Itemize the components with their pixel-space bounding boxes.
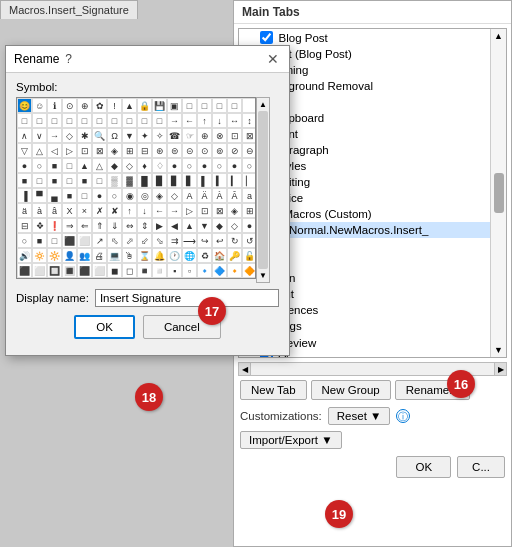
symbol-cell[interactable]: ⇔ <box>122 218 137 233</box>
symbol-cell[interactable]: ● <box>227 158 242 173</box>
symbol-cell[interactable]: ○ <box>182 158 197 173</box>
symbol-cell[interactable]: ▄ <box>47 188 62 203</box>
symbol-cell[interactable]: ⊚ <box>212 143 227 158</box>
symbol-cell[interactable]: 💾 <box>152 98 167 113</box>
symbol-cell[interactable]: ☺ <box>32 98 47 113</box>
symbol-cell[interactable]: □ <box>182 98 197 113</box>
symbol-cell[interactable]: 🔑 <box>227 248 242 263</box>
symbol-cell[interactable]: □ <box>32 173 47 188</box>
symbol-cell[interactable]: ▍ <box>212 173 227 188</box>
symbol-cell[interactable]: ⇒ <box>62 218 77 233</box>
symbol-cell[interactable]: ⬛ <box>77 263 92 278</box>
symbol-cell[interactable]: 🔳 <box>62 263 77 278</box>
symbol-cell[interactable]: ⬀ <box>122 233 137 248</box>
symbol-cell[interactable]: ■ <box>32 233 47 248</box>
symbol-cell[interactable]: 👤 <box>62 248 77 263</box>
symbol-cell[interactable]: 🔆 <box>47 248 62 263</box>
symbol-cell[interactable]: ▲ <box>122 98 137 113</box>
symbol-cell[interactable]: ⊡ <box>197 203 212 218</box>
tab-checkbox[interactable] <box>260 31 273 44</box>
symbol-cell[interactable]: ▓ <box>122 173 137 188</box>
symbol-cell[interactable]: ⇐ <box>77 218 92 233</box>
symbol-cell[interactable]: ⊗ <box>212 128 227 143</box>
symbol-cell[interactable]: □ <box>122 113 137 128</box>
symbol-cell[interactable]: □ <box>62 158 77 173</box>
symbol-cell[interactable]: × <box>77 203 92 218</box>
symbol-cell[interactable]: ◉ <box>122 188 137 203</box>
symbol-cell[interactable]: ⊜ <box>167 143 182 158</box>
symbol-cell[interactable]: ◇ <box>227 218 242 233</box>
symbol-cell[interactable]: ▽ <box>17 143 32 158</box>
symbol-cell[interactable]: ⬜ <box>77 233 92 248</box>
import-export-button[interactable]: Import/Export ▼ <box>240 431 342 449</box>
symbol-cell[interactable]: 🖨 <box>92 248 107 263</box>
symbol-cell[interactable]: → <box>167 203 182 218</box>
symbol-cell[interactable]: ⊕ <box>197 128 212 143</box>
main-ok-button[interactable]: OK <box>396 456 451 478</box>
symbol-cell[interactable]: □ <box>17 113 32 128</box>
symbol-cell[interactable]: ♢ <box>152 158 167 173</box>
symbol-cell[interactable]: 😊 <box>17 98 32 113</box>
symbol-cell[interactable]: a <box>242 188 256 203</box>
symbol-cell[interactable]: ↓ <box>137 203 152 218</box>
symbol-cell[interactable]: ◈ <box>152 188 167 203</box>
symbol-cell[interactable]: â <box>47 203 62 218</box>
symbol-cell[interactable]: 🔲 <box>47 263 62 278</box>
symbol-cell[interactable]: ▣ <box>167 98 182 113</box>
symbol-cell[interactable]: ▀ <box>32 188 47 203</box>
symbol-cell[interactable]: □ <box>152 113 167 128</box>
symbol-cell[interactable]: □ <box>47 233 62 248</box>
symbol-cell[interactable]: ⊖ <box>242 143 256 158</box>
symbol-cell[interactable]: ⊟ <box>17 218 32 233</box>
symbol-cell[interactable]: ○ <box>107 188 122 203</box>
symbol-cell[interactable]: ☎ <box>167 128 182 143</box>
symbol-cell[interactable]: □ <box>107 113 122 128</box>
symbol-cell[interactable]: ◽ <box>152 263 167 278</box>
symbol-cell[interactable]: ❖ <box>32 218 47 233</box>
reset-button[interactable]: Reset ▼ <box>328 407 391 425</box>
symbol-cell[interactable]: ↓ <box>212 113 227 128</box>
symbol-cell[interactable]: ◻ <box>122 263 137 278</box>
symbol-cell[interactable]: ↗ <box>92 233 107 248</box>
tabs-scroll-down[interactable]: ▼ <box>494 345 503 355</box>
reset-info-icon[interactable]: ⓘ <box>396 409 410 423</box>
symbol-cell[interactable]: 🔊 <box>17 248 32 263</box>
new-tab-button[interactable]: New Tab <box>240 380 307 400</box>
symbol-cell[interactable]: ◾ <box>137 263 152 278</box>
tab-list-item[interactable]: Blog Post <box>239 29 506 46</box>
symbol-cell[interactable]: ● <box>92 188 107 203</box>
symbol-scroll-down[interactable]: ▼ <box>259 271 267 280</box>
symbol-cell[interactable]: ▲ <box>77 158 92 173</box>
symbol-cell[interactable]: ↩ <box>212 233 227 248</box>
symbol-cell[interactable]: ■ <box>47 158 62 173</box>
symbol-cell[interactable]: à <box>32 203 47 218</box>
symbol-cell[interactable]: ⬂ <box>152 233 167 248</box>
symbol-cell[interactable]: ⊠ <box>92 143 107 158</box>
symbol-cell[interactable]: 🔓 <box>242 248 256 263</box>
symbol-cell[interactable]: ∧ <box>17 128 32 143</box>
symbol-cell[interactable]: ▋ <box>182 173 197 188</box>
symbol-cell[interactable]: □ <box>92 113 107 128</box>
symbol-cell[interactable]: ⬃ <box>137 233 152 248</box>
symbol-cell[interactable]: △ <box>32 143 47 158</box>
symbol-cell[interactable]: ○ <box>212 158 227 173</box>
symbol-cell[interactable]: 🔍 <box>92 128 107 143</box>
symbol-cell[interactable]: □ <box>32 113 47 128</box>
symbol-cell[interactable]: ▶ <box>152 218 167 233</box>
symbol-cell[interactable]: □ <box>212 98 227 113</box>
symbol-cell[interactable]: □ <box>92 173 107 188</box>
symbol-cell[interactable]: ✱ <box>77 128 92 143</box>
symbol-cell[interactable]: ◇ <box>167 188 182 203</box>
symbol-cell[interactable]: ● <box>167 158 182 173</box>
symbol-cell[interactable] <box>242 98 256 113</box>
symbol-cell[interactable]: ⊘ <box>227 143 242 158</box>
rename-close-button[interactable]: ✕ <box>265 51 281 67</box>
symbol-cell[interactable]: ◈ <box>227 203 242 218</box>
tabs-scrollbar[interactable]: ▲ ▼ <box>490 29 506 357</box>
symbol-cell[interactable]: ◀ <box>167 218 182 233</box>
symbol-grid[interactable]: 😊☺ℹ⊙⊕✿!▲🔒💾▣□□□□□□□□□□□□□□→←↑↓↔↕∧∨→◇✱🔍Ω▼✦… <box>16 97 256 279</box>
symbol-cell[interactable]: ▼ <box>122 128 137 143</box>
symbol-cell[interactable]: ◈ <box>107 143 122 158</box>
symbol-cell[interactable]: ↺ <box>242 233 256 248</box>
symbol-cell[interactable]: ← <box>182 113 197 128</box>
